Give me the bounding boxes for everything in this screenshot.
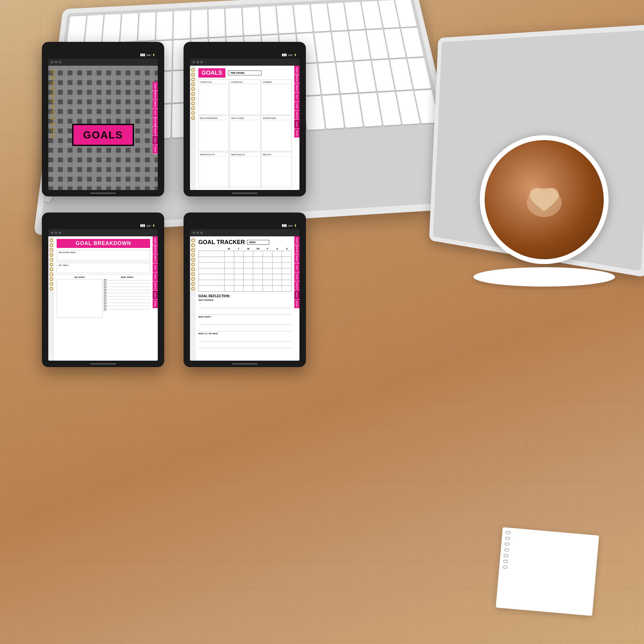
what-didnt-lines[interactable]	[198, 318, 292, 325]
tab-goals-4[interactable]: GOALS	[294, 290, 299, 299]
battery-icon-4: 🔋	[294, 224, 297, 227]
goal-cell-adventure: ADVENTURE	[261, 116, 292, 151]
tab-notes-4[interactable]: NOTES	[294, 299, 299, 308]
tab-yearly-4[interactable]: YEARLY	[294, 236, 299, 245]
tab-health-2[interactable]: HEALTH	[294, 111, 299, 120]
tracker-check-cell[interactable]	[253, 257, 263, 262]
notebook-bottom-right	[496, 527, 599, 616]
tracker-check-cell[interactable]	[224, 257, 234, 262]
what-worked-lines[interactable]	[198, 302, 292, 308]
tracker-title: GOAL TRACKER	[198, 239, 245, 246]
tab-health-4[interactable]: HEALTH	[294, 281, 299, 290]
home-bar-1	[90, 193, 116, 194]
keyboard-key	[191, 10, 208, 38]
status-bar-3: ▊▊▊ WiFi 🔋	[48, 222, 158, 229]
tab-monthly-2[interactable]: MONTHLY	[294, 75, 299, 84]
baby-checkbox[interactable]	[104, 305, 106, 307]
keyboard-key	[156, 11, 173, 40]
tab-weekly-1[interactable]: WEEKLY	[153, 100, 158, 109]
tab-health-3[interactable]: HEALTH	[153, 281, 158, 290]
tab-weekly-2[interactable]: WEEKLY	[294, 84, 299, 93]
toolbar-1	[48, 59, 158, 66]
tab-monthly-1[interactable]: MONTHLY	[153, 91, 158, 100]
baby-step-row	[104, 289, 150, 291]
what-worked-lines-2[interactable]	[198, 308, 292, 315]
tab-health-1[interactable]: HEALTH	[153, 127, 158, 136]
tracker-check-cell[interactable]	[234, 257, 244, 262]
baby-step-row	[104, 305, 150, 307]
spiral-2	[190, 66, 196, 190]
tab-categories-3[interactable]: CATEG.	[153, 272, 158, 281]
what-didnt-lines-2[interactable]	[198, 325, 292, 331]
tracker-check-cell[interactable]	[243, 257, 253, 262]
goals-title-box: GOALS	[72, 124, 134, 146]
battery-icon: 🔋	[152, 54, 155, 56]
tracker-check-cell[interactable]	[263, 257, 272, 262]
tab-daily-4[interactable]: DAILY	[294, 263, 299, 272]
tracker-check-cell[interactable]	[272, 257, 282, 262]
tab-categories-1[interactable]: CATEGORIES	[153, 118, 158, 127]
baby-checkbox[interactable]	[104, 286, 106, 288]
tab-goals-1[interactable]: GOALS	[153, 136, 158, 145]
side-tabs-2: YEARLY MONTHLY WEEKLY DAILY CATEG. HEALT…	[294, 66, 299, 190]
tab-categories-4[interactable]: CATEG.	[294, 272, 299, 281]
tab-yearly-3[interactable]: YEARLY	[153, 236, 158, 245]
ipad3-screen: ▊▊▊ WiFi 🔋	[48, 222, 158, 361]
baby-checkbox[interactable]	[104, 308, 106, 310]
try-next-field: WHAT I'LL TRY NEXT:	[198, 333, 292, 348]
tab-goals-2[interactable]: GOALS	[294, 120, 299, 129]
tab-daily-3[interactable]: DAILY	[153, 263, 158, 272]
tracker-check-cell[interactable]	[272, 251, 282, 257]
my-why-field[interactable]: MY "WHY":	[57, 263, 150, 274]
tab-weekly-3[interactable]: WEEKLY	[153, 254, 158, 263]
keyboard-key	[294, 5, 313, 33]
try-next-lines-2[interactable]	[198, 342, 292, 348]
what-worked-label: WHAT WORKED:	[198, 299, 292, 301]
keyboard-key	[120, 13, 138, 42]
tab-weekly-4[interactable]: WEEKLY	[294, 254, 299, 263]
baby-checkbox[interactable]	[104, 289, 106, 291]
spiral-3	[48, 236, 54, 361]
baby-step-row	[104, 282, 150, 285]
tracker-check-cell[interactable]	[282, 251, 291, 257]
baby-checkbox[interactable]	[104, 298, 106, 301]
ipad1-screen: ▊▊▊ WiFi 🔋	[48, 52, 158, 190]
signal-icon-3: ▊▊▊	[140, 224, 145, 227]
tracker-check-cell[interactable]	[224, 251, 234, 257]
baby-steps-list	[104, 279, 150, 310]
baby-checkbox[interactable]	[104, 295, 106, 298]
baby-checkbox[interactable]	[104, 282, 106, 285]
tracker-check-cell[interactable]	[263, 251, 272, 257]
big-scary-goal-field[interactable]: BIG SCARY GOAL:	[57, 250, 150, 261]
tracker-check-cell[interactable]	[234, 251, 244, 257]
tab-monthly-3[interactable]: MONTHLY	[153, 245, 158, 254]
tab-goals-3[interactable]: GOALS	[153, 290, 158, 299]
tracker-week-box: WEEK	[247, 240, 269, 245]
tracker-check-cell[interactable]	[243, 251, 253, 257]
tracker-row	[199, 251, 291, 257]
goal-name-cell	[199, 257, 224, 262]
tracker-check-cell[interactable]	[282, 257, 291, 262]
baby-checkbox[interactable]	[104, 279, 106, 281]
try-next-label: WHAT I'LL TRY NEXT:	[198, 333, 292, 335]
toolbar-dot	[55, 61, 57, 63]
goal-cell-career: CAREER	[261, 80, 292, 115]
tab-daily-1[interactable]: DAILY	[153, 109, 158, 118]
status-bar-1: ▊▊▊ WiFi 🔋	[48, 52, 158, 59]
tab-notes-1[interactable]: NOTES	[153, 145, 158, 154]
keyboard-key	[260, 6, 278, 34]
tab-yearly-2[interactable]: YEARLY	[294, 66, 299, 75]
tab-daily-2[interactable]: DAILY	[294, 93, 299, 102]
tab-notes-3[interactable]: NOTES	[153, 299, 158, 308]
tab-notes-2[interactable]: NOTES	[294, 129, 299, 138]
tab-categories-2[interactable]: CATEG.	[294, 102, 299, 111]
tab-yearly-1[interactable]: YEARLY	[153, 82, 158, 91]
try-next-lines[interactable]	[198, 335, 292, 342]
reflection-title: GOAL REFLECTION:	[198, 294, 292, 298]
baby-checkbox[interactable]	[104, 292, 106, 294]
tracker-check-cell[interactable]	[253, 251, 263, 257]
tab-monthly-4[interactable]: MONTHLY	[294, 245, 299, 254]
baby-checkbox[interactable]	[104, 302, 106, 304]
big-steps-box[interactable]	[57, 279, 103, 318]
what-worked-field: WHAT WORKED:	[198, 299, 292, 315]
